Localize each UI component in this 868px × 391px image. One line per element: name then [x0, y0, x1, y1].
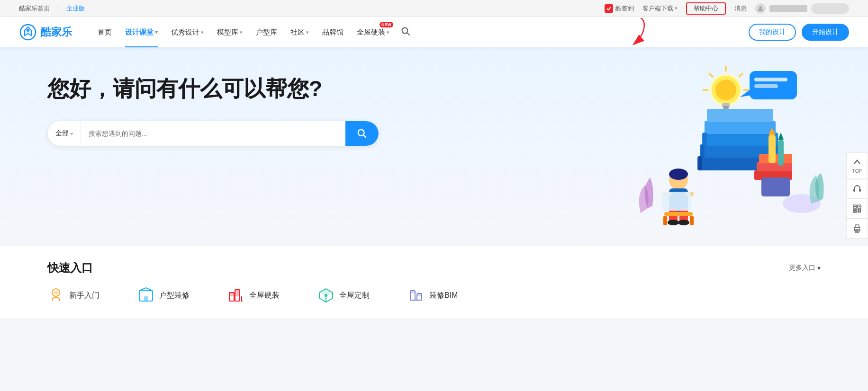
svg-marker-22: [778, 133, 784, 140]
svg-rect-77: [854, 206, 856, 207]
chevron-down-icon: ▾: [155, 29, 158, 36]
svg-point-44: [678, 220, 689, 225]
svg-rect-78: [859, 206, 860, 207]
search-bar: 全部 ▾: [47, 121, 379, 146]
svg-rect-28: [723, 106, 729, 109]
caret-icon: ▾: [71, 131, 73, 136]
svg-rect-49: [663, 216, 667, 225]
svg-rect-82: [858, 211, 859, 213]
quick-item-beginner[interactable]: 新手入门: [47, 287, 99, 304]
svg-rect-73: [859, 189, 861, 192]
svg-rect-19: [769, 135, 776, 163]
top-bar-left: 酷家乐首页 | 企业版: [19, 4, 85, 13]
quick-item-bim[interactable]: 装修BIM: [407, 287, 458, 304]
svg-rect-79: [854, 210, 856, 212]
chevron-down-icon: ▾: [387, 29, 389, 36]
quick-item-label-beginner: 新手入门: [69, 291, 99, 301]
client-download-btn[interactable]: 客户端下载 ▾: [642, 4, 678, 13]
home-link[interactable]: 酷家乐首页: [19, 4, 50, 13]
svg-line-30: [739, 73, 742, 77]
nav-item-home[interactable]: 首页: [91, 17, 118, 47]
logo-text: 酷家乐: [41, 25, 72, 39]
nav-right: 我的设计 开始设计: [749, 24, 849, 41]
chevron-down-icon: ▾: [240, 29, 243, 36]
top-bar: 酷家乐首页 | 企业版 酷签到 客户端下载 ▾ 帮助中心 消息: [0, 0, 868, 17]
nav-search-icon[interactable]: [396, 27, 415, 38]
hero-illustration: [622, 62, 830, 232]
svg-rect-23: [761, 178, 790, 196]
top-bar-right: 酷签到 客户端下载 ▾ 帮助中心 消息: [605, 2, 849, 15]
chevron-down-icon: ▾: [201, 29, 204, 36]
enterprise-link[interactable]: 企业版: [66, 4, 85, 13]
svg-rect-36: [754, 78, 787, 81]
quick-item-custom[interactable]: 全屋定制: [317, 287, 370, 304]
quick-header: 快速入口 更多入口 ▾: [47, 260, 821, 275]
search-button[interactable]: [345, 121, 379, 146]
nav-item-brand-hall[interactable]: 品牌馆: [316, 17, 350, 47]
nav-item-excellent-design[interactable]: 优秀设计 ▾: [164, 17, 210, 47]
floating-sidebar: TOP: [846, 152, 868, 239]
svg-rect-85: [855, 225, 859, 227]
check-icon: [605, 4, 613, 13]
logo[interactable]: 酷家乐: [19, 23, 72, 41]
svg-rect-81: [859, 209, 861, 211]
svg-point-52: [54, 291, 58, 294]
svg-point-26: [715, 80, 736, 100]
check-sign-btn[interactable]: 酷签到: [605, 4, 634, 13]
svg-rect-11: [705, 121, 776, 134]
nav-items: 首页 设计课堂 ▾ 优秀设计 ▾ 模型库 ▾ 户型库 社区 ▾ 品牌馆: [91, 17, 396, 47]
hero-section: 您好，请问有什么可以帮您? 全部 ▾: [0, 47, 868, 246]
help-center-btn[interactable]: 帮助中心: [686, 2, 726, 15]
float-top-btn[interactable]: TOP: [846, 152, 868, 179]
svg-point-39: [669, 169, 688, 180]
search-category-select[interactable]: 全部 ▾: [48, 121, 81, 146]
quick-item-label-bim: 装修BIM: [429, 291, 458, 301]
svg-line-4: [407, 33, 409, 35]
nav-item-whole-house[interactable]: 全屋硬装 ▾ NEW: [350, 17, 396, 47]
svg-rect-37: [754, 84, 778, 88]
main-nav: 酷家乐 首页 设计课堂 ▾ 优秀设计 ▾ 模型库 ▾ 户型库 社区 ▾: [0, 17, 868, 47]
chevron-down-icon: ▾: [817, 264, 821, 272]
svg-rect-61: [229, 293, 234, 296]
nav-item-design-course[interactable]: 设计课堂 ▾: [118, 17, 164, 47]
search-input[interactable]: [81, 121, 345, 146]
my-design-button[interactable]: 我的设计: [749, 24, 796, 41]
user-info: [755, 3, 849, 14]
quick-items-list: 新手入门 户型装修 全屋硬装: [47, 287, 821, 304]
float-qrcode-btn[interactable]: [846, 199, 868, 219]
svg-rect-15: [703, 133, 707, 146]
chevron-down-icon: ▾: [306, 29, 309, 36]
quick-item-label-hard-deco: 全屋硬装: [249, 291, 280, 301]
svg-rect-62: [235, 290, 240, 296]
svg-point-43: [668, 220, 679, 225]
nav-item-floor-plan[interactable]: 户型库: [249, 17, 284, 47]
float-headset-btn[interactable]: [846, 179, 868, 199]
svg-rect-10: [702, 133, 778, 146]
svg-line-32: [709, 73, 713, 77]
quick-item-hard-decoration[interactable]: 全屋硬装: [227, 287, 280, 304]
user-action-btn[interactable]: [811, 3, 849, 14]
svg-rect-56: [144, 296, 148, 301]
svg-point-2: [27, 29, 29, 32]
nav-item-community[interactable]: 社区 ▾: [284, 17, 316, 47]
svg-rect-13: [698, 156, 702, 170]
svg-rect-47: [662, 192, 691, 211]
quick-item-label-custom: 全屋定制: [339, 291, 370, 301]
svg-point-66: [325, 294, 327, 297]
svg-rect-83: [859, 211, 861, 213]
avatar: [755, 3, 766, 14]
username-text: [769, 5, 807, 12]
message-btn[interactable]: 消息: [734, 4, 747, 13]
float-printer-btn[interactable]: [846, 219, 868, 239]
quick-item-floor-renovation[interactable]: 户型装修: [137, 287, 190, 304]
svg-rect-69: [410, 291, 415, 293]
svg-line-6: [363, 135, 366, 138]
new-badge: NEW: [380, 22, 393, 27]
quick-section: 快速入口 更多入口 ▾ 新手入门 户型装修: [0, 246, 868, 318]
start-design-button[interactable]: 开始设计: [802, 24, 849, 41]
svg-rect-14: [701, 144, 705, 158]
svg-rect-48: [664, 212, 693, 216]
quick-section-title: 快速入口: [47, 260, 93, 275]
more-entry-btn[interactable]: 更多入口 ▾: [789, 264, 821, 272]
nav-item-model-library[interactable]: 模型库 ▾: [210, 17, 249, 47]
